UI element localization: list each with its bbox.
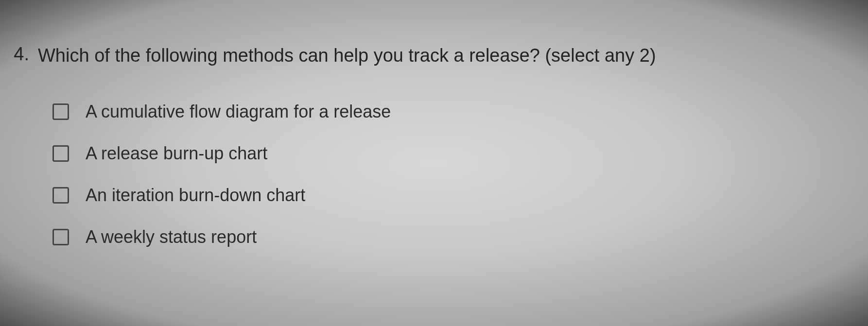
- option-row: A cumulative flow diagram for a release: [52, 102, 858, 122]
- question-text: Which of the following methods can help …: [38, 44, 656, 68]
- option-row: A release burn-up chart: [52, 143, 858, 164]
- checkbox-option-3[interactable]: [52, 187, 69, 204]
- option-label[interactable]: A release burn-up chart: [86, 143, 267, 164]
- option-label[interactable]: A cumulative flow diagram for a release: [86, 102, 391, 122]
- option-row: An iteration burn-down chart: [52, 185, 858, 206]
- option-row: A weekly status report: [52, 227, 858, 247]
- question-number: 4.: [10, 44, 29, 65]
- checkbox-option-2[interactable]: [52, 145, 69, 162]
- option-label[interactable]: A weekly status report: [86, 227, 257, 247]
- option-label[interactable]: An iteration burn-down chart: [86, 185, 305, 206]
- checkbox-option-4[interactable]: [52, 229, 69, 245]
- options-list: A cumulative flow diagram for a release …: [10, 102, 858, 247]
- checkbox-option-1[interactable]: [52, 103, 69, 120]
- question-block: 4. Which of the following methods can he…: [10, 44, 858, 68]
